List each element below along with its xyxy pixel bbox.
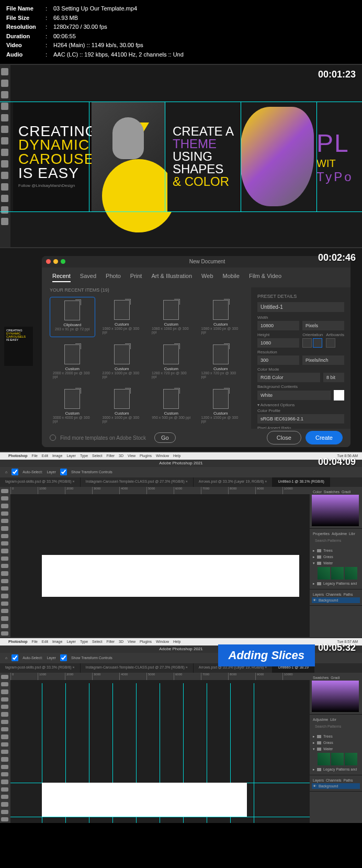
brush-tool-icon[interactable] xyxy=(1,735,8,739)
pattern-folder-legacy[interactable]: ▸Legacy Patterns and xyxy=(312,766,360,773)
move-tool-icon[interactable] xyxy=(1,68,8,75)
pattern-folder-trees[interactable]: ▸Trees xyxy=(312,548,360,554)
pattern-thumbnail[interactable] xyxy=(331,567,344,580)
zoom-tool-icon[interactable] xyxy=(1,218,8,225)
colormode-select[interactable]: RGB Color xyxy=(257,373,320,382)
guide-vertical[interactable] xyxy=(316,102,317,212)
frame-tool-icon[interactable] xyxy=(1,712,8,716)
move-tool-icon[interactable] xyxy=(1,489,8,493)
pattern-thumbnail[interactable] xyxy=(345,567,357,580)
tab-libraries[interactable]: Libr xyxy=(330,718,336,721)
resolution-unit-select[interactable]: Pixels/Inch xyxy=(302,355,344,365)
tab-layers[interactable]: Layers xyxy=(313,778,324,782)
move-tool-icon[interactable] xyxy=(1,675,8,679)
eraser-tool-icon[interactable] xyxy=(1,750,8,754)
tab-channels[interactable]: Channels xyxy=(326,778,342,782)
menu-plugins[interactable]: Plugins xyxy=(140,640,152,643)
preset-item[interactable]: Custom2000 x 2000 px @ 300 ppi xyxy=(50,341,95,382)
pen-tool-icon[interactable] xyxy=(1,780,8,784)
shape-tool-icon[interactable] xyxy=(1,195,8,202)
close-button[interactable]: Close xyxy=(267,431,301,444)
document-canvas[interactable]: 0100020003000400050006000700080009000100… xyxy=(10,673,310,823)
hand-tool-icon[interactable] xyxy=(1,624,8,628)
preset-item[interactable]: Custom950 x 500 px @ 300 ppi xyxy=(149,386,194,426)
pattern-folder-water[interactable]: ▾Water xyxy=(312,560,360,566)
app-menu[interactable]: Photoshop xyxy=(8,454,28,458)
go-button[interactable]: Go xyxy=(154,432,176,443)
tab-libraries[interactable]: Libr xyxy=(349,532,355,536)
artboard[interactable] xyxy=(42,555,299,597)
blur-tool-icon[interactable] xyxy=(1,579,8,583)
autoselect-checkbox[interactable] xyxy=(12,654,18,661)
crop-tool-icon[interactable] xyxy=(1,103,8,110)
shape-tool-icon[interactable] xyxy=(1,802,8,806)
menu-edit[interactable]: Edit xyxy=(42,454,48,458)
autoselect-layer-select[interactable]: Layer xyxy=(47,470,56,474)
type-tool-icon[interactable] xyxy=(1,172,8,179)
tab-web[interactable]: Web xyxy=(201,273,213,282)
gradient-tool-icon[interactable] xyxy=(1,571,8,575)
document-name-input[interactable] xyxy=(257,302,344,312)
bitdepth-select[interactable]: 8 bit xyxy=(323,373,344,382)
menu-filter[interactable]: Filter xyxy=(107,640,115,643)
guide-horizontal[interactable] xyxy=(0,102,362,102)
menu-3d[interactable]: 3D xyxy=(119,454,123,458)
path-tool-icon[interactable] xyxy=(1,795,8,799)
pattern-folder-grass[interactable]: ▸Grass xyxy=(312,554,360,560)
tab-channels[interactable]: Channels xyxy=(326,593,342,596)
horizontal-ruler[interactable]: 0100020003000400050006000700080009000100… xyxy=(10,487,310,494)
doc-tab[interactable]: Instagram-Carousel-Template-CLASS.psd @ … xyxy=(81,663,194,673)
doc-tab[interactable]: tagram-post-skills.psd @ 33.3% (RGB/8) × xyxy=(0,477,81,487)
color-picker[interactable] xyxy=(312,681,359,712)
pen-tool-icon[interactable] xyxy=(1,183,8,191)
layer-background[interactable]: 👁Background xyxy=(312,597,360,603)
dodge-tool-icon[interactable] xyxy=(1,772,8,776)
doc-tab[interactable]: tagram-post-skills.psd @ 33.3% (RGB/8) × xyxy=(0,663,81,673)
pattern-folder-grass[interactable]: ▸Grass xyxy=(312,740,360,746)
tab-recent[interactable]: Recent xyxy=(52,273,71,282)
tab-swatches[interactable]: Swatches xyxy=(313,676,329,680)
tab-photo[interactable]: Photo xyxy=(106,273,121,282)
tab-layers[interactable]: Layers xyxy=(313,593,324,596)
tab-paths[interactable]: Paths xyxy=(344,778,353,782)
eyedropper-tool-icon[interactable] xyxy=(1,114,8,121)
doc-tab-active[interactable]: Untitled-1 @ 38.1% (RGB/8) xyxy=(273,477,330,487)
pen-tool-icon[interactable] xyxy=(1,594,8,598)
tab-adjustments[interactable]: Adjustme xyxy=(332,532,347,536)
tab-mobile[interactable]: Mobile xyxy=(223,273,240,282)
preset-item[interactable]: Clipboard283 x 91 px @ 72 ppi xyxy=(50,297,95,337)
maximize-window-icon[interactable] xyxy=(61,259,65,264)
wand-tool-icon[interactable] xyxy=(1,511,8,516)
search-patterns-input[interactable] xyxy=(312,537,360,544)
pattern-folder-trees[interactable]: ▸Trees xyxy=(312,733,360,740)
landscape-orientation-button[interactable] xyxy=(313,338,322,348)
tab-paths[interactable]: Paths xyxy=(344,593,353,596)
preset-item[interactable]: Custom1080 x 1080 px @ 300 ppi xyxy=(149,297,194,337)
colorprofile-select[interactable]: sRGB IEC61966-2.1 xyxy=(257,414,344,424)
home-icon[interactable]: ⌂ xyxy=(5,470,7,474)
menu-file[interactable]: File xyxy=(32,640,38,643)
hand-tool-icon[interactable] xyxy=(1,206,8,214)
preset-item[interactable]: Custom3000 x 4000 px @ 300 ppi xyxy=(50,386,95,426)
guide-horizontal[interactable] xyxy=(0,212,362,212)
artboard[interactable] xyxy=(42,783,247,817)
guide-vertical[interactable] xyxy=(241,102,241,212)
transform-checkbox[interactable] xyxy=(60,469,67,475)
pattern-thumbnail[interactable] xyxy=(345,753,357,765)
menu-help[interactable]: Help xyxy=(173,640,180,643)
menu-3d[interactable]: 3D xyxy=(119,640,123,643)
path-tool-icon[interactable] xyxy=(1,609,8,613)
menu-filter[interactable]: Filter xyxy=(107,454,115,458)
artboards-checkbox[interactable] xyxy=(326,338,335,348)
bg-color-swatch[interactable] xyxy=(334,390,344,400)
heal-tool-icon[interactable] xyxy=(1,727,8,731)
color-picker[interactable] xyxy=(312,495,359,526)
stock-search[interactable]: Find more templates on Adobe Stock Go xyxy=(50,432,263,443)
menu-layer[interactable]: Layer xyxy=(66,454,76,458)
tab-properties[interactable]: Properties xyxy=(313,532,330,536)
tab-gradients[interactable]: Gradi xyxy=(342,490,350,494)
tab-film[interactable]: Film & Video xyxy=(249,273,281,282)
crop-tool-icon[interactable] xyxy=(1,519,8,523)
design-canvas[interactable]: CREATING DYNAMIC CAROUSELS IS EASY Follo… xyxy=(13,102,359,212)
frame-tool-icon[interactable] xyxy=(1,526,8,530)
